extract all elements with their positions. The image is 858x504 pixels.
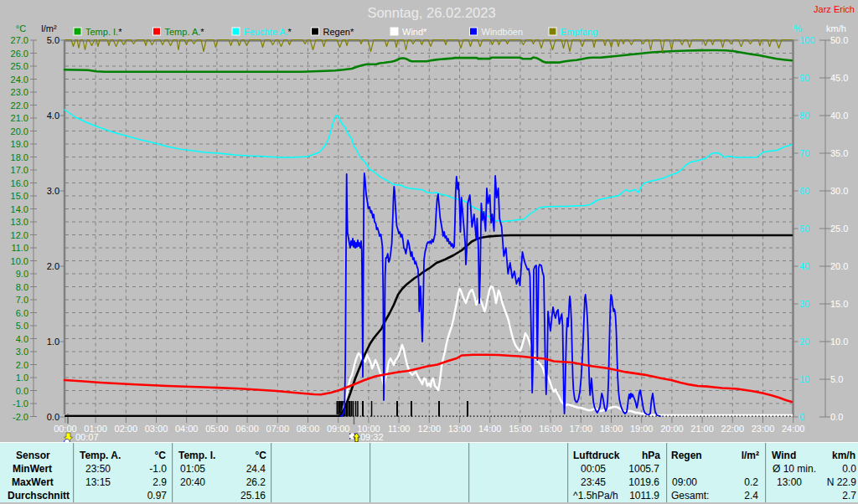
svg-text:1019.6: 1019.6 xyxy=(628,476,659,488)
svg-text:27.0: 27.0 xyxy=(11,35,28,45)
svg-text:18.0: 18.0 xyxy=(11,152,28,162)
svg-text:7.0: 7.0 xyxy=(16,295,28,305)
svg-text:16.0: 16.0 xyxy=(11,178,28,188)
svg-text:10.0: 10.0 xyxy=(11,256,28,266)
svg-text:Wind*: Wind* xyxy=(402,27,427,37)
svg-text:Temp. I.: Temp. I. xyxy=(178,450,215,461)
svg-text:80: 80 xyxy=(799,111,809,121)
svg-text:00:05: 00:05 xyxy=(581,463,606,475)
svg-text:2.7: 2.7 xyxy=(842,490,856,501)
svg-text:00:00: 00:00 xyxy=(54,424,77,434)
svg-text:^1.5hPa/h: ^1.5hPa/h xyxy=(573,490,618,501)
svg-text:%: % xyxy=(793,23,802,33)
svg-text:12:00: 12:00 xyxy=(418,424,442,434)
svg-text:Windböen: Windböen xyxy=(482,27,524,37)
svg-text:hPa: hPa xyxy=(642,450,660,461)
svg-text:0: 0 xyxy=(799,412,804,422)
svg-text:09:32: 09:32 xyxy=(360,432,384,442)
svg-text:02:00: 02:00 xyxy=(115,424,138,434)
svg-text:22.0: 22.0 xyxy=(11,100,28,111)
svg-text:6.0: 6.0 xyxy=(16,308,28,318)
svg-text:0.0: 0.0 xyxy=(16,386,28,396)
svg-text:00:07: 00:07 xyxy=(75,432,99,442)
svg-text:22:00: 22:00 xyxy=(721,424,745,434)
svg-text:Luftdruck: Luftdruck xyxy=(573,450,620,461)
svg-text:13:00: 13:00 xyxy=(777,476,802,488)
svg-text:Temp. A.*: Temp. A.* xyxy=(165,27,205,37)
svg-text:17.0: 17.0 xyxy=(11,165,28,175)
svg-text:20.0: 20.0 xyxy=(830,261,848,271)
svg-text:24.4: 24.4 xyxy=(246,463,266,475)
svg-text:2.0: 2.0 xyxy=(47,261,59,271)
svg-text:10: 10 xyxy=(799,374,809,384)
svg-text:40: 40 xyxy=(799,261,809,271)
svg-text:0.97: 0.97 xyxy=(147,490,168,501)
svg-text:-2.0: -2.0 xyxy=(13,412,28,422)
svg-text:l/m²: l/m² xyxy=(41,23,57,33)
svg-text:11:00: 11:00 xyxy=(388,424,411,434)
svg-text:MaxWert: MaxWert xyxy=(12,476,54,488)
svg-text:04:00: 04:00 xyxy=(175,424,199,434)
svg-text:23:00: 23:00 xyxy=(752,424,775,434)
svg-text:9.0: 9.0 xyxy=(16,269,28,279)
svg-text:1005.7: 1005.7 xyxy=(628,463,659,475)
svg-text:60: 60 xyxy=(799,186,809,196)
svg-text:2.9: 2.9 xyxy=(152,476,167,488)
svg-text:5.0: 5.0 xyxy=(830,374,843,384)
svg-text:20.0: 20.0 xyxy=(11,126,28,136)
svg-text:0.0: 0.0 xyxy=(47,412,59,422)
svg-text:15:00: 15:00 xyxy=(509,424,532,434)
svg-text:1.0: 1.0 xyxy=(16,373,28,383)
svg-text:26.0: 26.0 xyxy=(11,49,28,59)
svg-text:-1.0: -1.0 xyxy=(13,399,28,409)
svg-text:40.0: 40.0 xyxy=(830,111,848,121)
svg-text:Durchschnitt: Durchschnitt xyxy=(8,490,70,501)
svg-text:°C: °C xyxy=(155,450,167,461)
svg-text:70: 70 xyxy=(799,148,809,158)
svg-text:25.0: 25.0 xyxy=(11,61,28,71)
svg-text:24:00: 24:00 xyxy=(782,424,805,434)
svg-text:07:00: 07:00 xyxy=(266,424,290,434)
svg-text:01:05: 01:05 xyxy=(180,463,205,475)
svg-text:MinWert: MinWert xyxy=(13,463,52,475)
svg-text:10.0: 10.0 xyxy=(830,337,848,347)
svg-text:12.0: 12.0 xyxy=(11,230,28,240)
svg-text:21:00: 21:00 xyxy=(690,424,714,434)
svg-text:17:00: 17:00 xyxy=(570,424,593,434)
svg-text:35.0: 35.0 xyxy=(830,148,848,158)
svg-text:05:00: 05:00 xyxy=(205,424,229,434)
svg-text:0.0: 0.0 xyxy=(842,463,856,475)
svg-text:Sonntag, 26.02.2023: Sonntag, 26.02.2023 xyxy=(367,5,495,20)
svg-text:13:00: 13:00 xyxy=(448,424,472,434)
svg-text:5.0: 5.0 xyxy=(16,321,28,331)
svg-text:08:00: 08:00 xyxy=(297,424,320,434)
svg-text:06:00: 06:00 xyxy=(235,424,259,434)
svg-text:Regen*: Regen* xyxy=(323,27,354,37)
svg-text:03:00: 03:00 xyxy=(145,424,168,434)
svg-text:50: 50 xyxy=(799,224,809,234)
svg-text:Regen: Regen xyxy=(671,450,702,461)
svg-text:Sensor: Sensor xyxy=(16,450,50,461)
svg-text:Empfang: Empfang xyxy=(561,27,597,37)
svg-text:2.0: 2.0 xyxy=(16,360,28,370)
svg-text:24.0: 24.0 xyxy=(11,75,28,85)
svg-text:18:00: 18:00 xyxy=(600,424,623,434)
svg-text:19.0: 19.0 xyxy=(11,139,28,149)
svg-text:30.0: 30.0 xyxy=(830,186,848,196)
svg-text:09:00: 09:00 xyxy=(327,424,350,434)
svg-text:1011.9: 1011.9 xyxy=(629,490,659,501)
svg-text:30: 30 xyxy=(799,299,809,309)
svg-text:4.0: 4.0 xyxy=(16,334,28,344)
svg-text:4.0: 4.0 xyxy=(47,111,59,121)
svg-text:-1.0: -1.0 xyxy=(149,463,167,475)
svg-text:N 22.9: N 22.9 xyxy=(827,476,857,488)
svg-text:50.0: 50.0 xyxy=(830,35,848,45)
svg-text:Jarz Erich: Jarz Erich xyxy=(814,4,855,14)
svg-text:Ø 10 min.: Ø 10 min. xyxy=(773,463,816,475)
svg-text:100: 100 xyxy=(799,35,814,45)
svg-text:20: 20 xyxy=(799,337,809,347)
svg-text:3.0: 3.0 xyxy=(47,186,59,196)
svg-text:km/h: km/h xyxy=(826,23,846,33)
svg-text:14:00: 14:00 xyxy=(478,424,502,434)
svg-text:8.0: 8.0 xyxy=(16,282,28,292)
